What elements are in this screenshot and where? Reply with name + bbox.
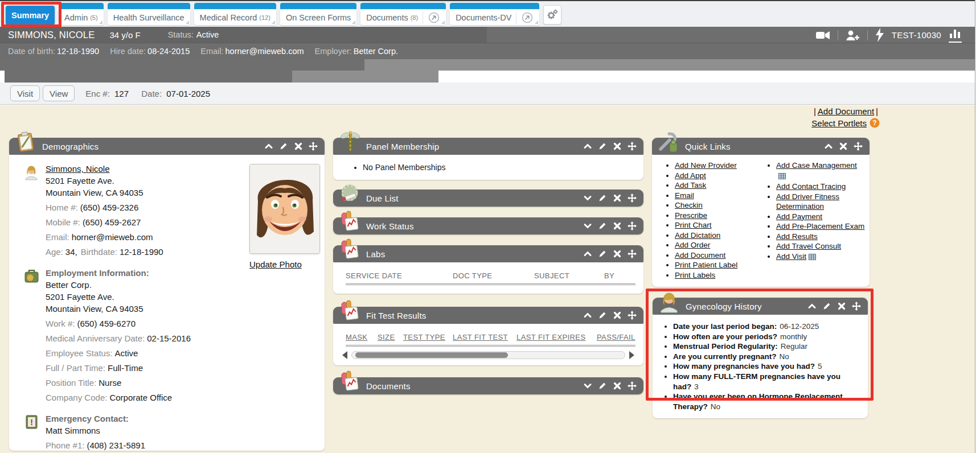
quick-link[interactable]: Add Pre-Placement Exam [776, 222, 864, 230]
flowsheet-chart-icon[interactable] [949, 27, 962, 43]
panel-membership-header[interactable]: Panel Membership [333, 138, 643, 155]
fit-test-header[interactable]: Fit Test Results [333, 307, 643, 324]
due-list-header[interactable]: Due List [333, 190, 643, 207]
labs-header[interactable]: Labs [333, 245, 643, 262]
patient-name-link[interactable]: Simmons, Nicole [46, 164, 110, 174]
edit-pencil-icon[interactable] [598, 221, 607, 230]
update-photo-link[interactable]: Update Photo [249, 258, 302, 270]
visit-button[interactable]: Visit [10, 85, 40, 101]
edit-pencil-icon[interactable] [598, 311, 607, 320]
close-icon[interactable] [837, 302, 846, 311]
move-icon[interactable] [628, 381, 637, 390]
quick-link[interactable]: Print Patient Label [675, 261, 737, 269]
quick-link[interactable]: Add Order [675, 241, 710, 249]
fit-test-column-header[interactable]: SIZE [378, 333, 403, 341]
documents-header[interactable]: Documents [333, 377, 643, 394]
labs-column-header[interactable]: DOC TYPE [453, 271, 534, 280]
move-icon[interactable] [628, 193, 637, 203]
quick-links-header[interactable]: Quick Links [652, 138, 870, 155]
close-icon[interactable] [613, 249, 622, 258]
add-person-icon[interactable] [846, 28, 860, 42]
work-status-header[interactable]: Work Status [333, 217, 643, 234]
quick-link[interactable]: Add Driver Fitness Determination [776, 192, 839, 211]
close-icon[interactable] [613, 221, 622, 230]
fit-test-column-header[interactable]: TEST TYPE [403, 333, 453, 341]
fit-test-horizontal-scrollbar[interactable] [342, 351, 634, 359]
close-icon[interactable] [613, 142, 622, 151]
quick-link[interactable]: Add Contact Tracing [776, 182, 846, 191]
quick-link[interactable]: Add New Provider [675, 161, 737, 170]
close-icon[interactable] [613, 381, 622, 390]
edit-pencil-icon[interactable] [598, 381, 607, 390]
scrollbar-thumb[interactable] [355, 352, 508, 358]
collapse-icon[interactable] [824, 142, 833, 151]
edit-pencil-icon[interactable] [279, 142, 288, 151]
move-icon[interactable] [628, 249, 637, 258]
edit-pencil-icon[interactable] [598, 249, 607, 258]
select-portlets-link[interactable]: Select Portlets [811, 118, 867, 128]
edit-pencil-icon[interactable] [598, 193, 607, 203]
collapse-icon[interactable] [807, 302, 817, 311]
labs-column-header[interactable]: SUBJECT [534, 271, 604, 280]
expand-icon[interactable] [583, 381, 592, 390]
tab-medical-record[interactable]: Medical Record (12) [194, 3, 276, 25]
collapse-icon[interactable] [583, 311, 592, 320]
close-icon[interactable] [294, 142, 303, 151]
help-icon[interactable]: ? [870, 118, 880, 131]
demographics-header[interactable]: Demographics [9, 138, 325, 155]
expand-icon[interactable] [583, 193, 592, 203]
edit-pencil-icon[interactable] [598, 142, 607, 151]
quick-link[interactable]: Add Dictation [675, 231, 720, 240]
move-icon[interactable] [852, 302, 861, 311]
edit-pencil-icon[interactable] [822, 302, 831, 311]
move-icon[interactable] [309, 142, 318, 151]
lightning-bolt-icon[interactable] [875, 28, 884, 43]
quick-link[interactable]: Add Document [675, 251, 725, 260]
fit-test-column-header[interactable]: PASS/FAIL [597, 333, 635, 341]
expand-icon[interactable] [583, 221, 592, 230]
tab-health-surveillance[interactable]: Health Surveillance [108, 3, 190, 25]
scroll-left-arrow[interactable] [342, 351, 347, 359]
gynecology-header[interactable]: Gynecology History [653, 298, 868, 315]
add-document-link[interactable]: Add Document [818, 106, 874, 116]
tab-summary[interactable]: Summary [6, 6, 55, 25]
close-icon[interactable] [613, 193, 622, 203]
move-icon[interactable] [628, 311, 637, 320]
tab-documents[interactable]: Documents (8) [360, 3, 446, 25]
labs-column-header[interactable]: SERVICE DATE [346, 271, 453, 280]
collapse-icon[interactable] [264, 142, 273, 151]
quick-link[interactable]: Add Appt [675, 171, 706, 180]
fit-test-column-header[interactable]: LAST FIT EXPIRES [516, 333, 597, 341]
view-button[interactable]: View [43, 85, 75, 101]
quick-link[interactable]: Add Results [776, 232, 818, 241]
quick-link[interactable]: Print Chart [675, 221, 712, 229]
quick-link[interactable]: Add Task [675, 181, 706, 190]
popout-icon[interactable] [516, 11, 534, 24]
fit-test-column-header[interactable]: LAST FIT TEST [453, 333, 516, 341]
quick-link[interactable]: Prescribe [675, 211, 707, 220]
tab-on-screen-forms[interactable]: On Screen Forms [280, 3, 356, 25]
close-icon[interactable] [613, 311, 622, 320]
quick-link[interactable]: Print Labels [675, 271, 715, 279]
quick-link[interactable]: Add Payment [776, 212, 822, 221]
quick-link[interactable]: Add Travel Consult [776, 242, 841, 250]
popout-icon[interactable] [423, 11, 440, 24]
collapse-icon[interactable] [583, 142, 592, 151]
tab-admin[interactable]: Admin (5) [59, 3, 104, 25]
tab-settings-button[interactable] [543, 5, 561, 24]
quick-link[interactable]: Add Visit [776, 252, 806, 261]
banner-scroll-thumb[interactable] [5, 71, 292, 83]
tab-documents-dv[interactable]: Documents-DV [450, 3, 539, 25]
move-icon[interactable] [628, 142, 637, 151]
quick-link[interactable]: Email [675, 191, 694, 200]
banner-scroll-bar[interactable] [5, 71, 438, 83]
scroll-right-arrow[interactable] [629, 351, 634, 359]
close-icon[interactable] [839, 142, 848, 151]
collapse-icon[interactable] [583, 249, 592, 258]
video-camera-icon[interactable] [815, 28, 830, 42]
quick-link[interactable]: Checkin [675, 201, 703, 209]
labs-column-header[interactable]: BY [604, 271, 614, 280]
scrollbar-track[interactable] [351, 351, 625, 359]
move-icon[interactable] [628, 221, 637, 230]
move-icon[interactable] [854, 142, 863, 151]
